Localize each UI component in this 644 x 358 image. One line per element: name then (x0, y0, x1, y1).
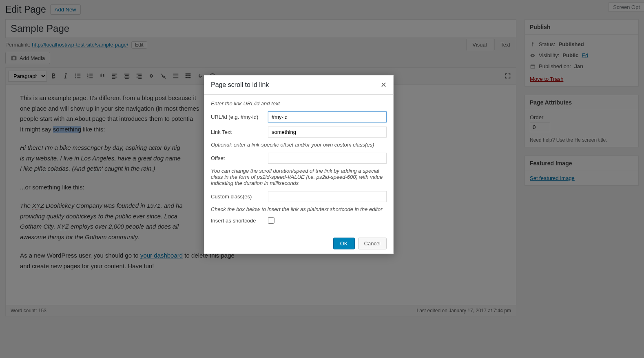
modal-instruction-1: Enter the link URL/id and text (211, 100, 387, 107)
custom-class-label: Custom class(es) (211, 193, 268, 200)
modal-instruction-4: Check the box below to insert the link a… (211, 206, 387, 212)
cancel-button[interactable]: Cancel (358, 238, 387, 249)
modal-instruction-2: Optional: enter a link-specific offset a… (211, 142, 387, 148)
link-text-input[interactable] (268, 127, 387, 138)
ps2id-link-modal: Page scroll to id link ✕ Enter the link … (204, 75, 394, 254)
link-text-label: Link Text (211, 129, 268, 135)
modal-instruction-3: You can change the scroll duration/speed… (211, 168, 387, 186)
url-id-label: URL/id (e.g. #my-id) (211, 114, 268, 120)
close-icon[interactable]: ✕ (381, 80, 387, 89)
ok-button[interactable]: OK (333, 238, 355, 249)
custom-class-input[interactable] (268, 191, 387, 202)
shortcode-label: Insert as shortcode (211, 218, 268, 224)
offset-label: Offset (211, 155, 268, 161)
url-id-input[interactable] (268, 111, 387, 122)
modal-title: Page scroll to id link (211, 81, 269, 89)
shortcode-checkbox[interactable] (268, 217, 274, 224)
offset-input[interactable] (268, 153, 387, 164)
